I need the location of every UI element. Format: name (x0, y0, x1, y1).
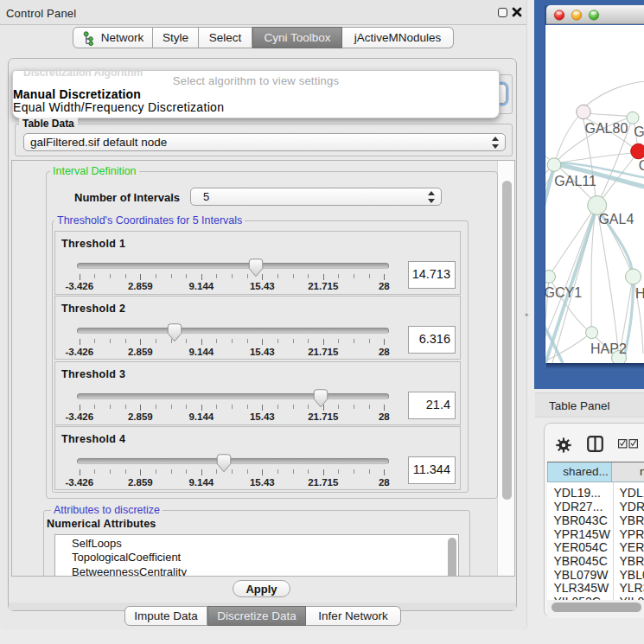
svg-text:H: H (635, 286, 644, 301)
svg-text:GCY1: GCY1 (545, 285, 582, 300)
svg-text:C: C (639, 158, 644, 173)
svg-text:GAL80: GAL80 (585, 121, 628, 136)
svg-text:HAP2: HAP2 (590, 341, 627, 356)
svg-text:G.: G. (634, 124, 644, 139)
svg-text:GAL4: GAL4 (598, 212, 634, 226)
svg-text:GAL11: GAL11 (554, 174, 596, 188)
